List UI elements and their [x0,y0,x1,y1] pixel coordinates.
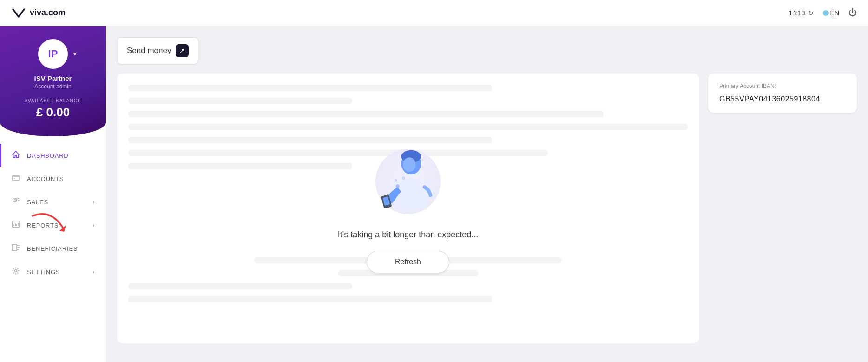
sidebar-item-settings[interactable]: SETTINGS › [0,260,106,283]
settings-icon [11,267,20,277]
skeleton-7 [128,163,352,169]
send-money-button[interactable]: Send money ↗ [117,37,198,64]
time-display: 14:13 [789,9,805,17]
refresh-label: Refresh [395,258,421,266]
layout: IP ▾ ISV Partner Account admin AVAILABLE… [0,0,868,362]
skeleton-1 [128,85,492,91]
svg-rect-6 [12,244,17,251]
skeleton-3 [128,111,604,117]
topbar: viva.com 14:13 ↻ EN ⏻ [0,0,868,26]
person-illustration-svg [378,147,438,216]
main-panel: It's taking a bit longer than expected..… [117,74,699,343]
loading-text: It's taking a bit longer than expected..… [338,230,479,240]
sidebar: IP ▾ ISV Partner Account admin AVAILABLE… [0,26,106,362]
balance-amount: £ 0.00 [25,105,81,120]
profile-name: ISV Partner [34,74,72,82]
right-panel: Primary Account IBAN: GB55VPAY0413602591… [708,74,857,343]
svg-point-14 [395,179,397,181]
power-button[interactable]: ⏻ [848,8,857,18]
balance-label: AVAILABLE BALANCE [25,98,81,103]
logo-text: viva.com [30,8,66,18]
sidebar-item-accounts[interactable]: ACCOUNTS [0,167,106,190]
nav-items: DASHBOARD ACCOUNTS [0,136,106,362]
avatar: IP ▾ [38,39,68,69]
topbar-right: 14:13 ↻ EN ⏻ [789,8,857,18]
reports-chevron-icon: › [93,222,95,228]
sales-chevron-icon: › [93,199,95,205]
topbar-time: 14:13 ↻ [789,9,814,17]
skeleton-2 [128,98,352,104]
loading-illustration [371,144,445,219]
sync-icon[interactable]: ↻ [808,9,814,17]
sales-label: SALES [27,199,48,206]
avatar-chevron-icon[interactable]: ▾ [73,51,76,57]
svg-point-3 [14,200,16,201]
accounts-label: ACCOUNTS [27,175,64,182]
profile-role: Account admin [34,83,71,90]
red-arrow-annotation [28,211,70,236]
reports-icon [11,220,20,230]
send-money-arrow-icon: ↗ [176,44,189,57]
iban-label: Primary Account IBAN: [719,83,846,89]
skeleton-11 [128,296,492,302]
sales-icon [11,197,20,207]
skeleton-4 [128,124,688,130]
main-content: Send money ↗ [106,26,868,362]
svg-point-15 [402,176,405,180]
svg-point-10 [403,157,415,172]
svg-point-2 [13,198,17,202]
sidebar-profile: IP ▾ ISV Partner Account admin AVAILABLE… [0,26,106,136]
skeleton-5 [128,137,492,143]
center-loading-content: It's taking a bit longer than expected..… [338,144,479,273]
logo: viva.com [11,6,66,20]
content-area: It's taking a bit longer than expected..… [117,74,857,343]
settings-label: SETTINGS [27,268,60,275]
accounts-icon [11,174,20,184]
language-selector[interactable]: EN [823,9,839,17]
sidebar-item-sales[interactable]: SALES › [0,190,106,214]
refresh-button[interactable]: Refresh [367,251,449,273]
svg-point-13 [396,184,400,188]
balance-section: AVAILABLE BALANCE £ 0.00 [25,98,81,120]
svg-rect-0 [13,175,19,181]
viva-logo-icon [11,6,26,20]
dashboard-label: DASHBOARD [27,152,69,159]
beneficiaries-label: BENEFICIARIES [27,245,78,252]
iban-value: GB55VPAY04136025918804 [719,95,846,103]
svg-point-1 [14,178,15,179]
sidebar-item-beneficiaries[interactable]: BENEFICIARIES [0,237,106,260]
iban-card: Primary Account IBAN: GB55VPAY0413602591… [708,74,857,113]
svg-point-7 [15,270,17,272]
settings-chevron-icon: › [93,269,95,275]
dashboard-icon [11,150,20,161]
lang-dot-icon [823,10,829,16]
skeleton-10 [128,283,352,289]
beneficiaries-icon [11,243,20,254]
avatar-initials: IP [48,48,58,60]
lang-label: EN [830,9,839,17]
sidebar-item-dashboard[interactable]: DASHBOARD [0,144,106,167]
send-money-label: Send money [127,46,171,55]
